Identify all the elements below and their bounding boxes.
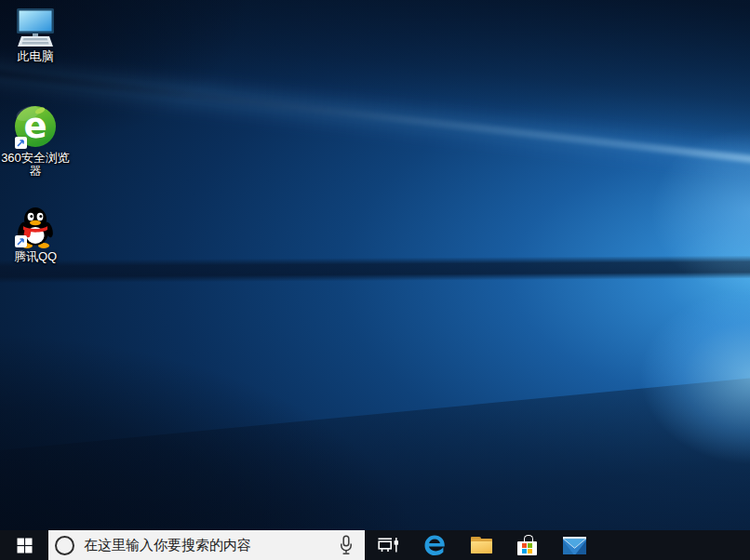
taskbar-search-box[interactable]: 在这里输入你要搜索的内容 <box>48 530 365 560</box>
desktop-icon-360-browser[interactable]: e 360安全浏览器 <box>0 105 71 178</box>
icon-label: 360安全浏览器 <box>0 152 71 178</box>
shortcut-arrow-icon <box>15 137 27 149</box>
desktop: 此电脑 e 360安全浏览器 <box>0 0 750 530</box>
microphone-icon[interactable] <box>339 535 354 555</box>
icon-label: 此电脑 <box>0 50 71 63</box>
360-browser-icon: e <box>14 105 57 150</box>
shortcut-arrow-icon <box>15 235 27 247</box>
store-button[interactable] <box>504 530 551 560</box>
task-view-icon <box>376 536 400 554</box>
cortana-icon <box>55 536 74 555</box>
folder-icon <box>471 537 492 553</box>
mail-envelope-icon <box>563 537 586 554</box>
windows-logo-icon <box>17 538 33 553</box>
this-pc-icon <box>14 7 57 48</box>
search-placeholder-text: 在这里输入你要搜索的内容 <box>84 537 251 554</box>
edge-icon <box>422 532 448 558</box>
edge-button[interactable] <box>411 530 458 560</box>
taskbar: 在这里输入你要搜索的内容 <box>0 530 750 560</box>
start-button[interactable] <box>0 530 48 560</box>
desktop-icon-this-pc[interactable]: 此电脑 <box>0 7 71 63</box>
desktop-icon-tencent-qq[interactable]: 腾讯QQ <box>0 206 71 263</box>
icon-label: 腾讯QQ <box>0 250 71 263</box>
task-view-button[interactable] <box>365 530 411 560</box>
qq-penguin-icon <box>14 206 57 248</box>
store-bag-icon <box>517 535 538 555</box>
file-explorer-button[interactable] <box>458 530 504 560</box>
mail-button[interactable] <box>551 530 597 560</box>
